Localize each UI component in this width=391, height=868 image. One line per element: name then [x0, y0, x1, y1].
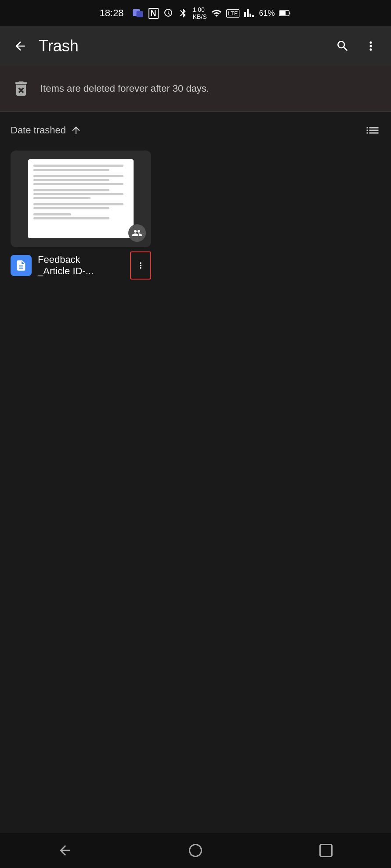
doc-line	[33, 175, 123, 177]
info-banner-text: Items are deleted forever after 30 days.	[40, 83, 209, 94]
back-button[interactable]	[11, 36, 30, 56]
view-toggle-button[interactable]	[365, 122, 380, 138]
bluetooth-icon	[178, 8, 188, 18]
nav-home-button[interactable]	[178, 837, 213, 864]
doc-lines-group	[33, 203, 128, 209]
svg-rect-3	[280, 11, 286, 15]
file-name: Feedback	[38, 254, 124, 265]
alarm-icon	[163, 8, 174, 18]
more-options-button[interactable]	[361, 36, 380, 56]
nav-recents-button[interactable]	[308, 837, 344, 864]
status-bar: 18:28 N 1.00KB/S LTE 61%	[0, 0, 391, 26]
file-thumbnail-container	[11, 151, 151, 247]
file-grid: Feedback _Article ID-...	[0, 145, 391, 289]
sort-label-text: Date trashed	[11, 125, 66, 136]
doc-line	[33, 213, 71, 215]
doc-line	[33, 169, 109, 171]
notification-icon: N	[148, 8, 159, 19]
doc-line	[33, 197, 91, 199]
svg-rect-4	[320, 845, 332, 857]
nav-back-button[interactable]	[47, 837, 83, 864]
doc-line	[33, 217, 109, 219]
status-time: 18:28	[100, 7, 124, 19]
search-button[interactable]	[333, 36, 352, 56]
file-info-row: Feedback _Article ID-...	[11, 247, 151, 284]
doc-line	[33, 179, 109, 181]
doc-line	[33, 193, 123, 195]
info-banner: Items are deleted forever after 30 days.	[0, 66, 391, 112]
teams-icon	[132, 7, 144, 19]
wifi-icon	[211, 8, 222, 18]
doc-preview	[28, 159, 134, 238]
speed-icon: 1.00KB/S	[193, 6, 207, 20]
lte-icon: LTE	[226, 9, 240, 18]
signal-icon	[244, 8, 254, 18]
shared-icon	[128, 224, 146, 242]
doc-line	[33, 207, 109, 209]
doc-line	[33, 183, 123, 185]
file-more-button[interactable]	[130, 251, 151, 280]
sort-direction-icon	[70, 125, 82, 136]
sort-bar: Date trashed	[0, 112, 391, 145]
file-name-continued: _Article ID-...	[38, 265, 124, 277]
doc-lines-group	[33, 213, 128, 219]
page-title: Trash	[39, 37, 324, 55]
battery-percentage: 61%	[259, 9, 275, 18]
file-item[interactable]: Feedback _Article ID-...	[11, 151, 151, 284]
doc-lines-group	[33, 175, 128, 185]
svg-rect-1	[136, 11, 143, 17]
app-bar: Trash	[0, 26, 391, 66]
doc-line	[33, 189, 109, 191]
doc-line	[33, 203, 123, 205]
battery-icon	[279, 9, 291, 17]
trash-icon	[11, 78, 32, 99]
file-doc-icon	[11, 255, 32, 276]
doc-line	[33, 165, 123, 167]
doc-lines-group	[33, 189, 128, 199]
sort-label[interactable]: Date trashed	[11, 125, 82, 136]
bottom-nav	[0, 833, 391, 868]
